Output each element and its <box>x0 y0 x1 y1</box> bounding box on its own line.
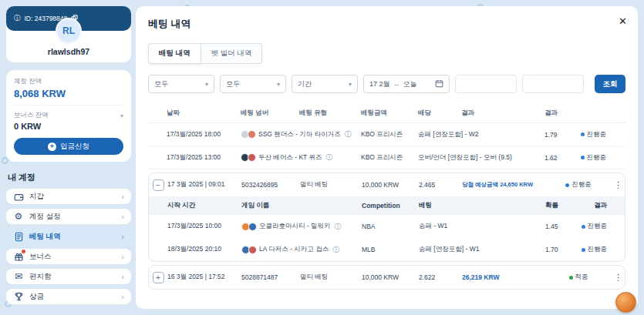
collapse-button[interactable]: − <box>153 179 164 191</box>
team-logo <box>248 130 256 139</box>
close-icon[interactable]: ✕ <box>619 15 627 27</box>
competition: NBA <box>362 223 419 230</box>
kebab-menu-icon[interactable]: ⋮ <box>614 273 622 283</box>
status-dot <box>581 132 585 136</box>
leg-row: 18/3월/2025 20:10 LA 다저스 - 시카고 컵스 ⓘ MLB 승… <box>149 238 625 261</box>
balance-card: 계정 잔액 8,068 KRW 보너스 잔액 ▾ 0 KRW + 입금신청 <box>6 70 131 162</box>
filter-bar: 모두 ▾ 모두 ▾ 기간 ▾ 17 2월 ↔ 오늘 조회 <box>148 75 625 93</box>
team-logo <box>248 153 256 162</box>
bonus-balance-value: 0 KRW <box>14 122 123 131</box>
col-header-probability: 확률 <box>545 201 558 210</box>
sidebar-item-inbox[interactable]: ✉ 편지함 › <box>6 269 131 284</box>
status-dot <box>582 225 585 229</box>
bet-amount: 10,000 KRW <box>362 181 419 189</box>
trophy-icon <box>13 291 24 302</box>
leg-time: 17/3월/2025 10:00 <box>167 222 241 231</box>
deposit-button[interactable]: + 입금신청 <box>14 138 123 155</box>
filter-select-1[interactable]: 모두 ▾ <box>148 75 214 93</box>
col-header-result-2: 결과 <box>545 109 611 118</box>
info-icon[interactable]: ⓘ <box>335 222 342 232</box>
col-header-odds: 배당 <box>418 109 461 118</box>
odds-value: 1.70 <box>545 246 558 253</box>
sidebar: ⓘ ID: 243798848 RL rlawlsdh97 계정 잔액 8,06… <box>6 6 131 309</box>
legs-header-row: 시작 시간 게임 이름 Competition 베팅 확률 결과 <box>149 196 625 215</box>
bet-type: 멀티 베팅 <box>300 180 362 189</box>
account-balance-value: 8,068 KRW <box>14 88 123 99</box>
info-icon[interactable]: ⓘ <box>326 152 333 163</box>
status-dot <box>569 276 573 280</box>
filter-input-1[interactable] <box>455 75 517 93</box>
sidebar-item-account-settings[interactable]: ⚙ 계정 설정 › <box>6 209 131 224</box>
competition: KBO 프리시즌 <box>361 153 418 163</box>
page-title: 베팅 내역 <box>148 17 625 31</box>
filter-select-2[interactable]: 모두 ▾ <box>220 75 286 93</box>
chevron-right-icon: › <box>121 212 124 221</box>
bet-type: 멀티 베팅 <box>300 273 362 282</box>
table-row: 17/3월/2025 13:00 두산 베어스 - KT 위즈 ⓘ KBO 프리… <box>148 146 625 169</box>
expand-button[interactable]: + <box>153 272 164 283</box>
chat-avatar-button[interactable] <box>615 292 636 313</box>
match-name: 오클라호마시티 - 밀워키 <box>259 222 331 231</box>
multi-bet-summary-row: − 17 3월 2025 | 09:01 5032426895 멀티 베팅 10… <box>149 173 625 196</box>
status-badge: 진행중 <box>582 222 608 231</box>
bet-date: 17/3월/2025 13:00 <box>167 153 241 163</box>
match-name: LA 다저스 - 시카고 컵스 <box>259 245 329 254</box>
sidebar-item-label: 편지함 <box>29 272 52 282</box>
sidebar-item-label: 계정 설정 <box>29 212 61 222</box>
date-range-picker[interactable]: 17 2월 ↔ 오늘 <box>363 75 450 93</box>
team-logo <box>248 223 257 231</box>
wallet-icon <box>13 191 24 202</box>
bet-market: 승패 - W1 <box>419 222 545 231</box>
search-button[interactable]: 조회 <box>595 75 625 93</box>
bet-market: 승패 [연장포함] - W1 <box>419 245 545 254</box>
gift-icon <box>13 251 24 262</box>
chevron-right-icon: › <box>121 192 124 201</box>
odds-value: 1.62 <box>545 154 558 162</box>
betting-history-panel: 베팅 내역 ✕ 배팅 내역 벳 빌더 내역 모두 ▾ 모두 ▾ 기간 ▾ 17 … <box>136 6 638 309</box>
status-badge: 진행중 <box>581 153 607 163</box>
bet-number: 5028871487 <box>241 273 300 281</box>
sidebar-item-bonus[interactable]: 보너스 › <box>6 249 131 264</box>
info-icon[interactable]: ⓘ <box>332 245 339 255</box>
notification-badge <box>22 250 25 253</box>
col-header-date: 날짜 <box>167 109 241 118</box>
competition: MLB <box>362 246 419 253</box>
filter-select-period[interactable]: 기간 ▾ <box>292 75 358 93</box>
table-row: 17/3월/2025 18:00 SSG 랜더스 - 기아 타이거즈 ⓘ KBO… <box>148 123 625 146</box>
user-card: ⓘ ID: 243798848 RL rlawlsdh97 <box>6 6 131 62</box>
sidebar-item-wallet[interactable]: 지갑 › <box>6 189 131 204</box>
plus-icon: + <box>48 142 56 151</box>
col-header-bet-number: 베팅 넘버 <box>241 109 299 118</box>
tab-bet-builder-history[interactable]: 벳 빌더 내역 <box>201 43 263 64</box>
chevron-right-icon: › <box>121 272 124 281</box>
chevron-down-icon[interactable]: ▾ <box>120 112 123 119</box>
col-header-game-name: 게임 이름 <box>241 201 362 210</box>
col-header-amount: 베팅금액 <box>361 109 418 118</box>
sidebar-item-prizes[interactable]: 상금 › <box>6 289 131 304</box>
username: rlawlsdh97 <box>6 47 131 56</box>
calendar-icon <box>435 79 443 89</box>
bet-date: 17/3월/2025 18:00 <box>167 130 241 139</box>
status-dot <box>581 156 585 159</box>
bet-date: 16 3월 2025 | 17:52 <box>167 273 241 282</box>
tabs: 배팅 내역 벳 빌더 내역 <box>148 43 625 64</box>
tab-betting-history[interactable]: 배팅 내역 <box>148 43 201 64</box>
bet-number: 5032426895 <box>241 181 300 189</box>
bet-amount: 10,000 KRW <box>362 273 419 281</box>
info-icon[interactable]: ⓘ <box>345 129 352 139</box>
status-badge: 진행중 <box>565 180 592 189</box>
mail-icon: ✉ <box>13 271 24 282</box>
date-to: 오늘 <box>403 79 417 89</box>
col-header-competition: Competition <box>362 202 419 209</box>
col-header-start-time: 시작 시간 <box>167 201 241 210</box>
status-badge: 진행중 <box>581 130 607 139</box>
bets-table: 날짜 베팅 넘버 베팅 유형 베팅금액 배당 결과 결과 17/3월/2025 … <box>148 103 625 290</box>
filter-input-2[interactable] <box>522 75 584 93</box>
kebab-menu-icon[interactable]: ⋮ <box>614 180 622 190</box>
odds-value: 2.465 <box>419 181 462 189</box>
multi-bet-group: + 16 3월 2025 | 17:52 5028871487 멀티 베팅 10… <box>148 265 625 290</box>
odds-value: 1.79 <box>545 131 558 139</box>
col-header-result: 결과 <box>461 109 545 118</box>
leg-row: 17/3월/2025 10:00 오클라호마시티 - 밀워키 ⓘ NBA 승패 … <box>149 215 625 238</box>
sidebar-item-betting-history[interactable]: 베팅 내역 › <box>6 229 131 244</box>
